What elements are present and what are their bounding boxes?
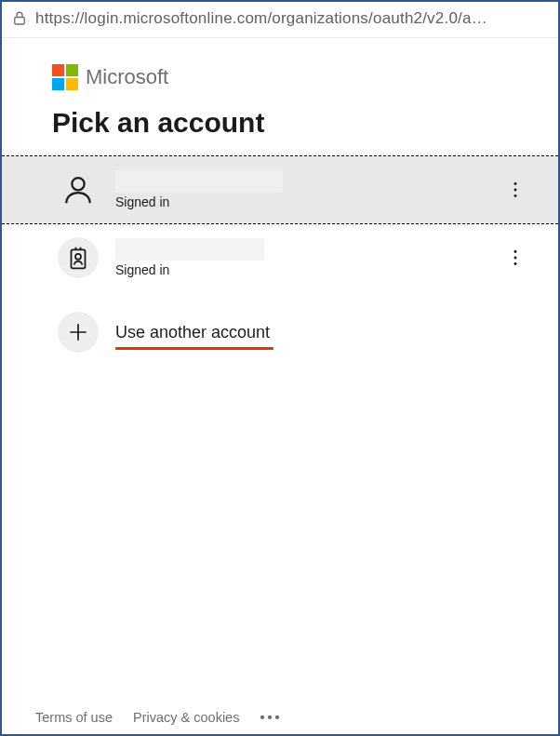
account-status: Signed in xyxy=(115,262,486,277)
microsoft-brand: Microsoft xyxy=(52,64,525,90)
id-badge-icon xyxy=(58,237,99,278)
person-icon xyxy=(58,169,99,210)
svg-point-4 xyxy=(514,194,517,197)
lock-icon xyxy=(11,10,28,27)
plus-icon xyxy=(58,312,99,353)
more-options-button[interactable] xyxy=(502,177,528,203)
more-vertical-icon xyxy=(505,180,526,200)
brand-name: Microsoft xyxy=(86,65,168,89)
svg-point-2 xyxy=(514,182,517,185)
more-options-button[interactable] xyxy=(502,245,528,271)
privacy-link[interactable]: Privacy & cookies xyxy=(133,710,239,725)
svg-point-8 xyxy=(514,257,517,260)
svg-point-1 xyxy=(72,178,84,190)
account-row[interactable]: Signed in xyxy=(2,155,558,224)
page-title: Pick an account xyxy=(52,107,525,139)
account-row[interactable]: Signed in xyxy=(2,224,558,291)
account-name-redacted xyxy=(115,170,283,193)
address-bar: https://login.microsoftonline.com/organi… xyxy=(2,2,558,38)
account-labels: Signed in xyxy=(115,170,486,209)
use-another-account-button[interactable]: Use another account xyxy=(2,291,558,373)
annotation-underline xyxy=(115,347,273,350)
account-labels: Signed in xyxy=(115,238,486,277)
footer-more-button[interactable]: ••• xyxy=(260,710,282,725)
terms-link[interactable]: Terms of use xyxy=(35,710,113,725)
account-list: Signed in xyxy=(2,155,558,373)
svg-point-3 xyxy=(514,189,517,192)
microsoft-logo-icon xyxy=(52,64,78,90)
svg-point-6 xyxy=(75,254,81,260)
use-another-account-label: Use another account xyxy=(115,323,270,341)
account-name-redacted xyxy=(115,238,264,261)
svg-point-7 xyxy=(514,250,517,253)
more-vertical-icon xyxy=(505,248,526,268)
svg-rect-0 xyxy=(15,18,25,25)
footer-links: Terms of use Privacy & cookies ••• xyxy=(2,710,558,725)
account-status: Signed in xyxy=(115,194,486,209)
svg-point-9 xyxy=(514,262,517,265)
address-url[interactable]: https://login.microsoftonline.com/organi… xyxy=(35,9,487,28)
use-another-account-label-wrap: Use another account xyxy=(115,323,270,342)
